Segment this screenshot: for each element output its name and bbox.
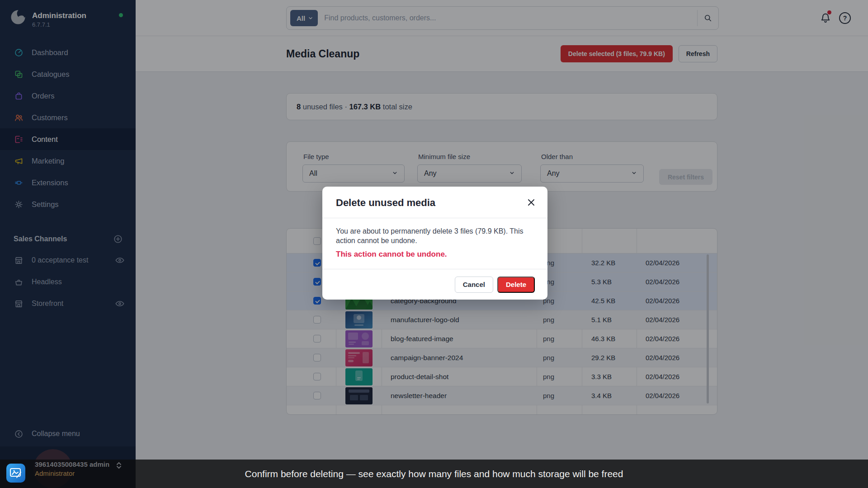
- close-icon[interactable]: [527, 198, 536, 207]
- cancel-button[interactable]: Cancel: [455, 277, 493, 293]
- modal-warning-text: This action cannot be undone.: [336, 250, 447, 259]
- user-name: 39614035008435 admin: [35, 460, 109, 468]
- modal-body-text: You are about to permanently delete 3 fi…: [336, 226, 539, 245]
- user-menu-chevron-icon[interactable]: [116, 461, 122, 471]
- delete-confirmation-modal: Delete unused media You are about to per…: [322, 187, 547, 300]
- user-role: Administrator: [35, 469, 109, 477]
- media-cleanup-app-icon[interactable]: [6, 464, 25, 483]
- modal-header: Delete unused media: [322, 187, 547, 218]
- user-info[interactable]: 39614035008435 admin Administrator: [35, 460, 109, 477]
- modal-footer: Cancel Delete: [322, 269, 547, 300]
- modal-title: Delete unused media: [336, 197, 435, 209]
- task-instruction-text: Confirm before deleting — see exactly ho…: [245, 469, 623, 479]
- delete-button[interactable]: Delete: [497, 277, 535, 293]
- task-instruction-bar: Confirm before deleting — see exactly ho…: [0, 460, 868, 488]
